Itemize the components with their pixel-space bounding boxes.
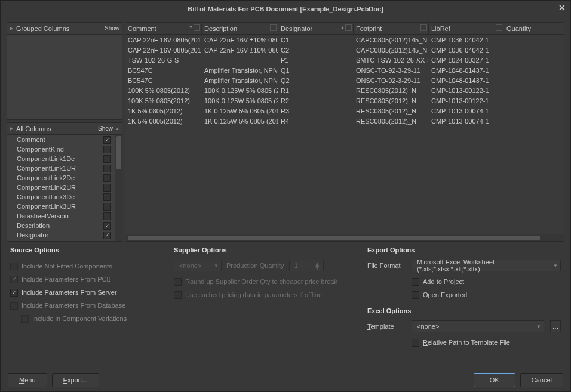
close-icon[interactable]: ✕: [558, 3, 566, 13]
all-columns-item[interactable]: Comment: [7, 135, 122, 144]
h-scrollbar-thumb[interactable]: [128, 236, 540, 240]
col-libref[interactable]: LibRef: [429, 23, 504, 34]
table-cell: CAPC0805(2012)145_N: [354, 36, 429, 44]
filter-icon[interactable]: [496, 24, 502, 31]
grouped-columns-panel: ▶ Grouped Columns Show: [7, 22, 122, 120]
grouped-columns-show[interactable]: Show: [105, 25, 119, 32]
chk-open-exported[interactable]: [412, 291, 419, 299]
all-columns-header[interactable]: All Columns: [16, 125, 98, 132]
all-columns-item-checkbox[interactable]: [103, 184, 111, 192]
all-columns-item[interactable]: ComponentLink3UR: [7, 202, 122, 211]
all-columns-item-checkbox[interactable]: [103, 203, 111, 211]
sort-icon: ▼: [189, 25, 193, 29]
table-cell: SMTC-TSW-102-26-XX-S: [354, 57, 429, 64]
all-columns-list[interactable]: CommentComponentKindComponentLink1DeComp…: [7, 135, 122, 241]
table-cell: CMP-1013-00122-1: [429, 87, 504, 94]
table-body[interactable]: CAP 22nF 16V 0805(2012CAP 22nF 16V ±10% …: [125, 35, 564, 233]
all-columns-item-checkbox[interactable]: [103, 222, 111, 230]
table-cell: R2: [278, 97, 354, 104]
table-cell: RESC0805(2012)_N: [354, 87, 429, 94]
col-description[interactable]: Description: [202, 23, 278, 34]
table-cell: 1K 5% 0805(2012): [125, 107, 202, 115]
all-columns-item-label: ComponentLink3UR: [17, 203, 103, 210]
supplier-options: Supplier Options <none>▼ Production Quan…: [174, 246, 359, 349]
filter-icon[interactable]: [345, 24, 352, 31]
chk-params-server[interactable]: [10, 289, 18, 297]
table-cell: Amplifier Transistor, NPN: [202, 67, 278, 74]
all-columns-item-label: Comment: [17, 136, 103, 143]
table-cell: RESC0805(2012)_N: [354, 107, 429, 115]
table-row[interactable]: TSW-102-26-G-SP1SMTC-TSW-102-26-XX-SCMP-…: [125, 55, 564, 65]
all-columns-item[interactable]: ComponentLink2UR: [7, 183, 122, 192]
col-comment[interactable]: Comment▼: [125, 23, 202, 34]
table-row[interactable]: CAP 22nF 16V 0805(2012CAP 22nF 16V ±10% …: [125, 35, 564, 45]
all-columns-item-checkbox[interactable]: [103, 232, 111, 239]
sort-icon: ▲: [340, 25, 345, 29]
menu-button[interactable]: Menu: [8, 373, 47, 387]
filter-icon[interactable]: [420, 24, 427, 31]
export-options: Export Options File Format Microsoft Exc…: [367, 246, 561, 349]
table-cell: TSW-102-26-G-S: [125, 57, 202, 64]
table-cell: CAP 22nF 16V ±10% 080: [202, 36, 278, 44]
table-row[interactable]: BC547CAmplifier Transistor, NPNQ1ONSC-TO…: [125, 65, 564, 75]
all-columns-item-checkbox[interactable]: [103, 193, 111, 201]
template-browse-button[interactable]: …: [550, 320, 561, 332]
table-cell: CMP-1024-00327-1: [429, 57, 504, 64]
chevron-right-icon[interactable]: ▶: [10, 26, 14, 31]
filter-icon[interactable]: [194, 24, 200, 31]
chevron-right-icon[interactable]: ▶: [10, 126, 14, 131]
table-row[interactable]: BC547CAmplifier Transistor, NPNQ2ONSC-TO…: [125, 75, 564, 85]
all-columns-panel: ▶ All Columns Show ▲ CommentComponentKin…: [7, 122, 122, 242]
all-columns-item[interactable]: DesignItemId: [7, 240, 122, 241]
table-cell: 1K 5% 0805(2012): [125, 118, 202, 125]
table-cell: C2: [278, 47, 354, 54]
all-columns-item-checkbox[interactable]: [103, 212, 111, 220]
sort-up-icon[interactable]: ▲: [115, 126, 119, 131]
table-row[interactable]: 1K 5% 0805(2012)1K 0.125W 5% 0805 (201R3…: [125, 106, 564, 116]
cancel-button[interactable]: Cancel: [520, 373, 563, 387]
all-columns-item[interactable]: ComponentLink1De: [7, 154, 122, 163]
ok-button[interactable]: OK: [474, 373, 515, 387]
scrollbar-track[interactable]: [115, 135, 122, 241]
supplier-combo: <none>▼: [174, 260, 222, 271]
chk-relative-path[interactable]: [412, 339, 419, 347]
chk-roundup: [174, 278, 182, 286]
all-columns-item[interactable]: Designator: [7, 230, 122, 240]
all-columns-show[interactable]: Show: [98, 125, 113, 132]
all-columns-item-checkbox[interactable]: [103, 241, 111, 242]
table-cell: BC547C: [125, 67, 202, 74]
all-columns-item-checkbox[interactable]: [103, 174, 111, 182]
all-columns-item-checkbox[interactable]: [103, 146, 111, 153]
table-cell: CMP-1048-01437-1: [429, 67, 504, 74]
all-columns-item-checkbox[interactable]: [103, 165, 111, 172]
h-scrollbar[interactable]: [125, 234, 564, 241]
grouped-columns-header[interactable]: Grouped Columns: [16, 25, 105, 32]
all-columns-item[interactable]: ComponentKind: [7, 144, 122, 154]
all-columns-item-label: ComponentLink3De: [17, 193, 103, 200]
table-row[interactable]: 100K 5% 0805(2012)100K 0.125W 5% 0805 (2…: [125, 85, 564, 95]
all-columns-item[interactable]: ComponentLink3De: [7, 192, 122, 202]
table-row[interactable]: 1K 5% 0805(2012)1K 0.125W 5% 0805 (201R4…: [125, 116, 564, 126]
table-cell: Q2: [278, 77, 354, 84]
col-designator[interactable]: Designator▲: [278, 23, 354, 34]
chk-add-project[interactable]: [412, 278, 419, 286]
table-cell: Q1: [278, 67, 354, 74]
col-quantity[interactable]: Quantity: [504, 23, 561, 34]
filter-icon[interactable]: [270, 24, 277, 31]
template-combo[interactable]: <none>▼: [412, 320, 544, 332]
all-columns-item-checkbox[interactable]: [103, 136, 111, 144]
table-row[interactable]: CAP 22nF 16V 0805(2012CAP 22nF 16V ±10% …: [125, 45, 564, 55]
all-columns-item[interactable]: DatasheetVersion: [7, 211, 122, 221]
all-columns-item[interactable]: ComponentLink2De: [7, 173, 122, 183]
all-columns-item-label: Designator: [17, 232, 103, 239]
all-columns-item-label: DatasheetVersion: [17, 212, 103, 220]
table-cell: RESC0805(2012)_N: [354, 97, 429, 104]
file-format-combo[interactable]: Microsoft Excel Worksheet (*.xls;*.xlsx;…: [412, 260, 561, 271]
all-columns-item[interactable]: ComponentLink1UR: [7, 163, 122, 173]
all-columns-item[interactable]: Description: [7, 221, 122, 230]
all-columns-item-checkbox[interactable]: [103, 155, 111, 163]
export-button[interactable]: Export...: [52, 373, 99, 387]
col-footprint[interactable]: Footprint: [354, 23, 429, 34]
scrollbar-thumb[interactable]: [116, 136, 121, 169]
table-row[interactable]: 100K 5% 0805(2012)100K 0.125W 5% 0805 (2…: [125, 95, 564, 106]
